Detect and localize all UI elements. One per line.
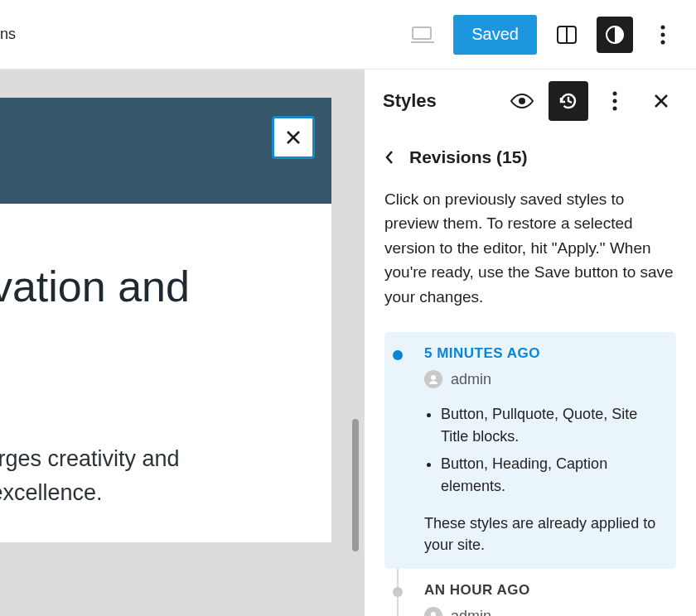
timeline-dot-icon — [393, 350, 403, 360]
svg-point-10 — [519, 98, 525, 104]
revision-time: AN HOUR AGO — [424, 582, 665, 599]
sidebar-body: Revisions (15) Click on previously saved… — [365, 132, 696, 616]
revision-author-name: admin — [451, 371, 491, 388]
para-line: al excellence. — [0, 480, 103, 505]
chevron-left-icon — [384, 149, 394, 166]
preview-paragraph: merges creativity and al excellence. — [0, 442, 331, 509]
preview-body: ovation and y merges creativity and al e… — [0, 204, 331, 542]
sidebar-title: Styles — [383, 90, 495, 112]
revision-item[interactable]: AN HOUR AGO admin — [384, 569, 676, 616]
revision-author: admin — [424, 370, 665, 388]
para-line: merges creativity and — [0, 446, 180, 471]
revision-change-item: Button, Pullquote, Quote, Site Title blo… — [441, 403, 665, 448]
timeline-dot-icon — [393, 587, 403, 597]
sidebar-header: Styles — [365, 70, 696, 132]
revision-author: admin — [424, 607, 665, 616]
save-button[interactable]: Saved — [453, 15, 537, 55]
svg-point-5 — [661, 25, 665, 29]
avatar-icon — [424, 607, 442, 616]
revision-author-name: admin — [451, 608, 491, 616]
sidebar-more-icon[interactable] — [595, 81, 635, 121]
revisions-breadcrumb[interactable]: Revisions (15) — [384, 147, 676, 167]
revision-change-item: Button, Heading, Caption elements. — [441, 453, 665, 498]
svg-point-6 — [661, 32, 665, 36]
top-toolbar: ns Saved — [0, 0, 696, 70]
svg-point-11 — [613, 92, 617, 96]
top-toolbar-right: Saved — [405, 15, 681, 55]
svg-point-16 — [431, 375, 436, 380]
svg-point-17 — [431, 612, 436, 616]
revisions-help-text: Click on previously saved styles to prev… — [384, 187, 676, 309]
svg-point-13 — [613, 107, 617, 111]
styles-contrast-icon[interactable] — [597, 17, 633, 53]
revision-item[interactable]: 5 MINUTES AGO admin Button, Pullquote, Q… — [384, 332, 676, 569]
avatar-icon — [424, 370, 442, 388]
revision-changes: Button, Pullquote, Quote, Site Title blo… — [424, 403, 665, 498]
revision-note: These styles are already applied to your… — [424, 513, 665, 556]
sidebar-toggle-icon[interactable] — [549, 17, 585, 53]
svg-point-7 — [661, 40, 665, 44]
preview-heading: ovation and y — [0, 260, 331, 368]
page-preview-card: ovation and y merges creativity and al e… — [0, 98, 331, 542]
close-sidebar-button[interactable] — [641, 81, 681, 121]
svg-point-12 — [613, 99, 617, 103]
preview-header — [0, 98, 331, 204]
breadcrumb-fragment: ns — [0, 26, 16, 43]
close-preview-button[interactable] — [272, 116, 315, 159]
editor-canvas: ovation and y merges creativity and al e… — [0, 70, 364, 616]
svg-rect-0 — [413, 27, 431, 39]
close-icon — [284, 128, 302, 147]
styles-sidebar: Styles Revisions (15) Click on previousl… — [364, 70, 696, 616]
main-area: ovation and y merges creativity and al e… — [0, 70, 696, 616]
device-preview-icon[interactable] — [405, 17, 442, 53]
canvas-scrollbar[interactable] — [352, 419, 359, 551]
stylebook-eye-icon[interactable] — [502, 81, 542, 121]
revisions-breadcrumb-label: Revisions (15) — [409, 147, 527, 167]
revision-time: 5 MINUTES AGO — [424, 345, 665, 362]
more-options-icon[interactable] — [645, 17, 681, 53]
heading-line: ovation and — [0, 262, 190, 310]
revisions-list: 5 MINUTES AGO admin Button, Pullquote, Q… — [384, 332, 676, 616]
revisions-history-icon[interactable] — [549, 81, 588, 121]
